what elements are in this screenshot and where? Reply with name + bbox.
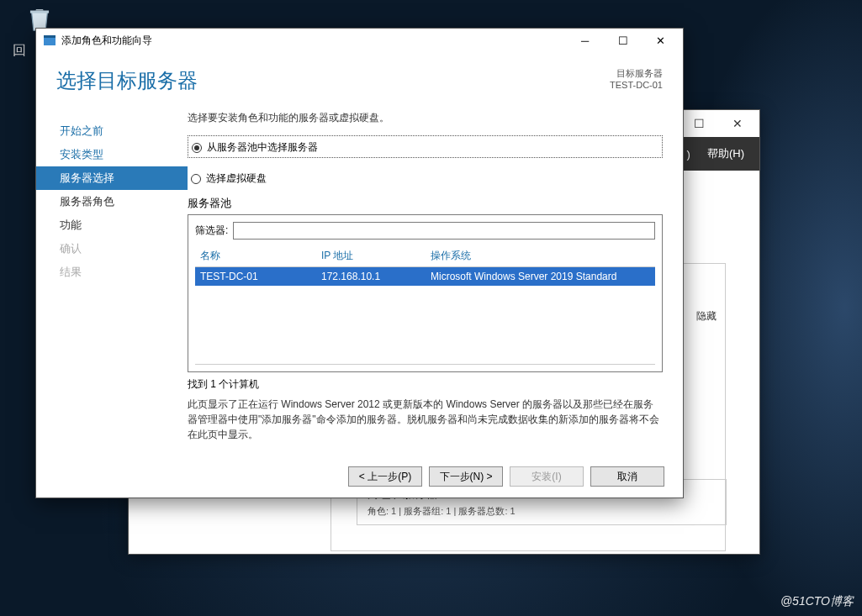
hide-link[interactable]: 隐藏 xyxy=(696,309,717,324)
target-server-info: 目标服务器 TEST-DC-01 xyxy=(610,67,663,94)
close-button[interactable]: ✕ xyxy=(642,29,680,51)
grid-body[interactable]: TEST-DC-01 172.168.10.1 Microsoft Window… xyxy=(195,267,655,365)
menu-fragment: ) xyxy=(687,148,690,161)
wizard-header: 选择目标服务器 目标服务器 TEST-DC-01 xyxy=(36,52,683,103)
nav-server-select[interactable]: 服务器选择 xyxy=(36,166,188,190)
nav-before[interactable]: 开始之前 xyxy=(36,119,188,143)
wizard-nav: 开始之前 安装类型 服务器选择 服务器角色 功能 确认 结果 xyxy=(36,103,188,455)
wizard-title: 添加角色和功能向导 xyxy=(61,34,566,48)
radio-icon xyxy=(191,174,201,184)
radio-from-pool[interactable]: 从服务器池中选择服务器 xyxy=(192,140,657,155)
nav-server-roles[interactable]: 服务器角色 xyxy=(36,190,188,213)
page-title: 选择目标服务器 xyxy=(56,67,198,94)
radio-from-pool-label: 从服务器池中选择服务器 xyxy=(207,140,318,155)
nav-features[interactable]: 功能 xyxy=(36,213,188,237)
cell-name: TEST-DC-01 xyxy=(195,271,321,282)
found-count: 找到 1 个计算机 xyxy=(188,377,663,392)
cell-os: Microsoft Windows Server 2019 Standard xyxy=(431,271,655,282)
server-pool-label: 服务器池 xyxy=(188,196,663,211)
desktop-left-edge: 回 xyxy=(13,42,26,60)
next-button[interactable]: 下一步(N) > xyxy=(429,466,503,487)
menu-help[interactable]: 帮助(H) xyxy=(707,146,744,161)
prev-button[interactable]: < 上一步(P) xyxy=(348,466,422,487)
radio-group-focus: 从服务器池中选择服务器 xyxy=(188,135,663,158)
radio-vhd-label: 选择虚拟硬盘 xyxy=(206,171,267,186)
role-group-sub: 角色: 1 | 服务器组: 1 | 服务器总数: 1 xyxy=(368,505,716,518)
close-button[interactable]: ✕ xyxy=(718,112,756,135)
page-note: 此页显示了正在运行 Windows Server 2012 或更新版本的 Win… xyxy=(188,397,663,442)
filter-input[interactable] xyxy=(233,222,655,240)
maximize-button[interactable]: ☐ xyxy=(680,112,718,135)
target-label: 目标服务器 xyxy=(610,67,663,80)
grid-header: 名称 IP 地址 操作系统 xyxy=(195,248,655,267)
svg-rect-1 xyxy=(44,35,56,38)
wizard-icon xyxy=(43,34,56,47)
server-pool-box: 筛选器: 名称 IP 地址 操作系统 TEST-DC-01 172.168.10… xyxy=(188,214,663,372)
maximize-button[interactable]: ☐ xyxy=(604,29,642,51)
nav-confirm: 确认 xyxy=(36,237,188,261)
back-icon[interactable]: 回 xyxy=(13,42,26,60)
col-name[interactable]: 名称 xyxy=(195,249,321,263)
target-value: TEST-DC-01 xyxy=(610,80,663,90)
add-roles-wizard: 添加角色和功能向导 ─ ☐ ✕ 选择目标服务器 目标服务器 TEST-DC-01… xyxy=(35,28,684,498)
radio-icon xyxy=(192,143,202,153)
table-row[interactable]: TEST-DC-01 172.168.10.1 Microsoft Window… xyxy=(195,267,655,286)
nav-install-type[interactable]: 安装类型 xyxy=(36,143,188,166)
radio-vhd[interactable]: 选择虚拟硬盘 xyxy=(188,171,663,186)
col-ip[interactable]: IP 地址 xyxy=(321,249,431,263)
wizard-titlebar[interactable]: 添加角色和功能向导 ─ ☐ ✕ xyxy=(36,29,683,52)
wizard-content: 选择要安装角色和功能的服务器或虚拟硬盘。 从服务器池中选择服务器 选择虚拟硬盘 … xyxy=(188,103,683,455)
cell-ip: 172.168.10.1 xyxy=(321,271,431,282)
filter-row: 筛选器: xyxy=(195,222,655,240)
wizard-footer: < 上一步(P) 下一步(N) > 安装(I) 取消 xyxy=(36,455,683,498)
nav-results: 结果 xyxy=(36,261,188,284)
install-button: 安装(I) xyxy=(510,466,584,487)
cancel-button[interactable]: 取消 xyxy=(590,466,664,487)
watermark: @51CTO博客 xyxy=(780,594,854,609)
filter-label: 筛选器: xyxy=(195,224,228,238)
instruction-text: 选择要安装角色和功能的服务器或虚拟硬盘。 xyxy=(188,111,663,125)
col-os[interactable]: 操作系统 xyxy=(431,249,655,263)
minimize-button[interactable]: ─ xyxy=(566,29,604,51)
